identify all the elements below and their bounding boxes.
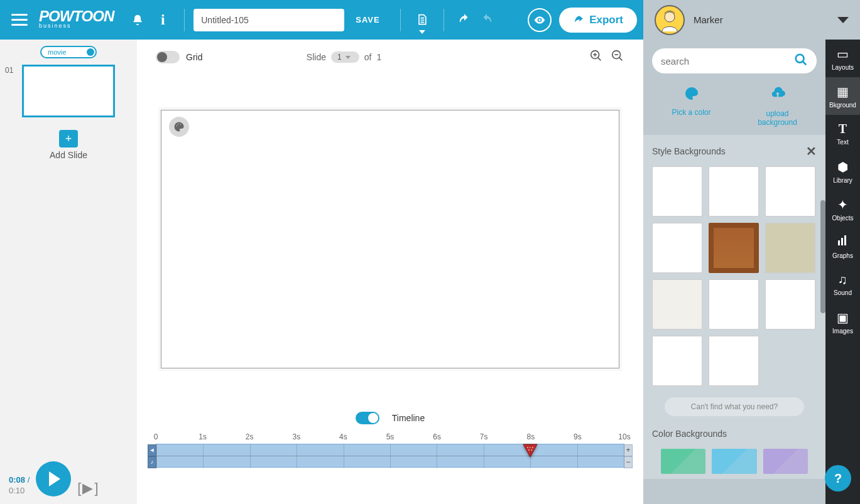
background-tile[interactable] — [652, 223, 702, 273]
background-tool[interactable]: ▦Bkground — [825, 77, 860, 115]
layouts-tool[interactable]: ▭Layouts — [825, 40, 860, 77]
search-icon[interactable] — [794, 53, 808, 69]
redo-icon[interactable] — [479, 13, 494, 28]
canvas[interactable] — [161, 110, 619, 368]
background-grid — [652, 161, 817, 395]
background-tile[interactable] — [709, 166, 759, 217]
upload-background-button[interactable]: uploadbackground — [734, 86, 820, 127]
background-tile[interactable] — [765, 223, 815, 273]
export-button[interactable]: Export — [559, 8, 637, 33]
svg-point-12 — [531, 449, 532, 451]
slide-selector[interactable]: 1 — [331, 51, 359, 63]
svg-point-5 — [178, 124, 179, 125]
background-tile[interactable] — [765, 166, 815, 217]
palette-icon[interactable] — [169, 117, 189, 137]
add-slide-button[interactable]: + — [59, 130, 78, 147]
slide-thumbnail[interactable] — [22, 65, 115, 117]
divider — [400, 9, 401, 31]
svg-point-13 — [796, 55, 804, 63]
color-swatch[interactable] — [661, 449, 705, 474]
slides-sidebar: movie 01 + Add Slide — [0, 40, 137, 435]
timeline-label: Timeline — [392, 413, 425, 423]
background-tile[interactable] — [652, 166, 702, 217]
help-button[interactable]: ? — [825, 465, 851, 491]
slide-counter: Slide 1 of 1 — [307, 51, 381, 63]
chevron-down-icon — [837, 17, 849, 23]
svg-point-0 — [538, 19, 540, 21]
grid-toggle[interactable] — [156, 51, 180, 63]
timeline-shrink-button[interactable]: − — [624, 456, 633, 468]
search-input[interactable] — [661, 56, 794, 67]
undo-icon[interactable] — [457, 13, 472, 28]
svg-point-10 — [532, 447, 533, 448]
background-tile[interactable] — [709, 279, 759, 330]
zoom-out-icon[interactable] — [611, 49, 624, 66]
timeline-audio-tab[interactable]: ♪ — [148, 456, 156, 468]
background-tile[interactable] — [709, 336, 759, 386]
divider — [184, 9, 185, 31]
style-backgrounds-header: Style Backgrounds — [652, 146, 726, 156]
play-button[interactable] — [36, 461, 71, 496]
divider — [444, 9, 444, 31]
graphs-tool[interactable]: Graphs — [825, 228, 860, 265]
canvas-area — [137, 75, 643, 404]
svg-point-11 — [528, 449, 530, 451]
timeline-extend-button[interactable]: + — [624, 444, 633, 456]
color-swatch[interactable] — [763, 449, 808, 474]
play-bar: 0:08 / 0:10 [ ▶ ] — [0, 435, 137, 504]
library-tool[interactable]: ⬢Library — [825, 153, 860, 190]
svg-rect-15 — [841, 238, 843, 245]
color-backgrounds-header: Color Backgrounds — [652, 429, 727, 439]
svg-rect-14 — [838, 240, 840, 245]
user-name: Marker — [694, 14, 837, 25]
svg-point-4 — [176, 126, 177, 127]
svg-point-6 — [180, 124, 181, 125]
close-icon[interactable]: ✕ — [806, 144, 817, 159]
color-swatch[interactable] — [712, 449, 756, 474]
play-section-button[interactable]: [ ▶ ] — [77, 480, 97, 496]
zoom-in-icon[interactable] — [589, 49, 603, 66]
timeline-panel: Timeline 01s2s3s4s5s6s7s8s9s10s ◄ ♪ + − — [137, 404, 643, 504]
background-tile[interactable] — [709, 223, 759, 273]
objects-tool[interactable]: ✦Objects — [825, 190, 860, 228]
background-tile[interactable] — [765, 279, 815, 330]
info-icon[interactable]: i — [155, 13, 170, 28]
cant-find-button[interactable]: Can't find what you need? — [665, 397, 804, 416]
svg-rect-16 — [844, 235, 846, 245]
timeline-enter-tab[interactable]: ◄ — [148, 444, 156, 456]
tool-strip: ▭Layouts ▦Bkground TText ⬢Library ✦Objec… — [825, 40, 860, 504]
title-input[interactable] — [193, 9, 344, 31]
background-tile[interactable] — [652, 279, 702, 330]
menu-icon[interactable] — [11, 11, 28, 29]
time-display: 0:08 / 0:10 — [9, 475, 30, 496]
movie-toggle[interactable]: movie — [40, 46, 97, 58]
images-tool[interactable]: ▣Images — [825, 303, 860, 341]
text-tool[interactable]: TText — [825, 115, 860, 153]
pick-color-button[interactable]: Pick a color — [648, 86, 734, 127]
top-bar: POWTOON business i SAVE Export Marker — [0, 0, 860, 40]
grid-label: Grid — [186, 52, 202, 62]
avatar — [655, 5, 685, 35]
canvas-toolbar: Grid Slide 1 of 1 — [137, 40, 643, 75]
timeline-ruler[interactable]: 01s2s3s4s5s6s7s8s9s10s ◄ ♪ + − — [156, 432, 624, 476]
svg-point-8 — [527, 447, 528, 448]
slide-number: 01 — [5, 66, 13, 75]
timeline-toggle[interactable] — [356, 412, 379, 424]
background-tile[interactable] — [652, 336, 702, 386]
app-logo: POWTOON business — [39, 11, 114, 28]
scrollbar[interactable] — [820, 200, 825, 313]
bell-icon[interactable] — [130, 13, 145, 28]
preview-button[interactable] — [528, 8, 552, 32]
document-icon[interactable] — [415, 13, 430, 28]
svg-point-1 — [665, 12, 675, 22]
add-slide-label: Add Slide — [0, 150, 137, 160]
properties-panel: ▶ Pick a color uploadbackground Style Ba… — [643, 40, 825, 504]
save-button[interactable]: SAVE — [356, 15, 379, 24]
user-menu[interactable]: Marker — [643, 0, 860, 40]
sound-tool[interactable]: ♫Sound — [825, 265, 860, 303]
